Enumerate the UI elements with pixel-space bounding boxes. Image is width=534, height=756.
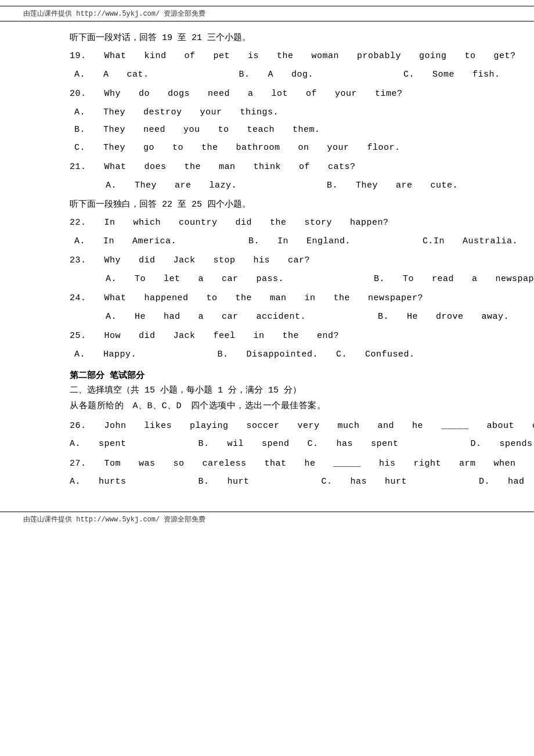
page: 由莲山课件提供 http://www.5ykj.com/ 资源全部免费 听下面一… bbox=[0, 0, 534, 756]
q20-optionC: C. They go to the bathroom on your floor… bbox=[70, 141, 488, 156]
q24-options: A. He had a car accident. B. He drove aw… bbox=[70, 309, 488, 325]
q20-optionA: A. They destroy your things. bbox=[70, 105, 488, 120]
q25-options: A. Happy. B. Disappointed. C. Confused. bbox=[70, 347, 488, 362]
q21-options: A. They are lazy. B. They are cute. C. T… bbox=[70, 178, 488, 193]
question-20: 20. Why do dogs need a lot of your time?… bbox=[46, 87, 488, 155]
section2-intro-text: 听下面一段独白，回答 22 至 25 四个小题。 bbox=[70, 200, 251, 210]
question-23: 23. Why did Jack stop his car? A. To let… bbox=[46, 253, 488, 286]
q25-text: 25. How did Jack feel in the end? bbox=[70, 329, 488, 344]
q22-options: A. In America. B. In England. C.In Austr… bbox=[70, 234, 488, 249]
header-bar: 由莲山课件提供 http://www.5ykj.com/ 资源全部免费 bbox=[0, 6, 534, 21]
section1-intro-text: 听下面一段对话，回答 19 至 21 三个小题。 bbox=[70, 33, 251, 43]
q27-options: A. hurts B. hurt C. has hurt D. had hurt bbox=[46, 474, 488, 489]
part2-title: 第二部分 笔试部分 bbox=[46, 370, 488, 381]
q26-options: A. spent B. wil spend C. has spent D. sp… bbox=[46, 437, 488, 452]
section2-header-text: 二、选择填空（共 15 小题，每小题 1 分，满分 15 分） bbox=[70, 386, 301, 395]
q21-text: 21. What does the man think of cats? bbox=[70, 160, 488, 175]
question-25: 25. How did Jack feel in the end? A. Hap… bbox=[46, 329, 488, 362]
instruction: 从各题所给的 A、B、C、D 四个选项中，选出一个最佳答案。 bbox=[46, 399, 488, 414]
q20-text: 20. Why do dogs need a lot of your time? bbox=[70, 87, 488, 102]
q20-optionB: B. They need you to teach them. bbox=[70, 123, 488, 138]
question-24: 24. What happened to the man in the news… bbox=[46, 291, 488, 324]
footer-bar: 由莲山课件提供 http://www.5ykj.com/ 资源全部免费 bbox=[0, 512, 534, 527]
q23-text: 23. Why did Jack stop his car? bbox=[70, 253, 488, 268]
q23-options: A. To let a car pass. B. To read a newsp… bbox=[70, 272, 488, 287]
part2-title-text: 第二部分 笔试部分 bbox=[70, 371, 145, 381]
section2-header: 二、选择填空（共 15 小题，每小题 1 分，满分 15 分） bbox=[46, 384, 488, 395]
section1-intro: 听下面一段对话，回答 19 至 21 三个小题。 bbox=[46, 32, 488, 43]
question-19: 19. What kind of pet is the woman probab… bbox=[46, 49, 488, 82]
question-21: 21. What does the man think of cats? A. … bbox=[46, 160, 488, 193]
instruction-text: 从各题所给的 A、B、C、D 四个选项中，选出一个最佳答案。 bbox=[70, 401, 326, 411]
footer-text: 由莲山课件提供 http://www.5ykj.com/ 资源全部免费 bbox=[23, 516, 205, 524]
question-26: 26. John likes playing soccer very much … bbox=[46, 419, 488, 452]
q26-text: 26. John likes playing soccer very much … bbox=[46, 419, 488, 434]
q19-text: 19. What kind of pet is the woman probab… bbox=[70, 49, 488, 64]
question-27: 27. Tom was so careless that he _____ hi… bbox=[46, 456, 488, 489]
section2-intro: 听下面一段独白，回答 22 至 25 四个小题。 bbox=[46, 199, 488, 210]
main-content: 听下面一段对话，回答 19 至 21 三个小题。 19. What kind o… bbox=[0, 32, 534, 506]
q24-text: 24. What happened to the man in the news… bbox=[70, 291, 488, 306]
q22-text: 22. In which country did the story happe… bbox=[70, 215, 488, 231]
q19-options: A. A cat. B. A dog. C. Some fish. bbox=[70, 67, 488, 82]
header-text: 由莲山课件提供 http://www.5ykj.com/ 资源全部免费 bbox=[23, 10, 205, 18]
question-22: 22. In which country did the story happe… bbox=[46, 215, 488, 249]
q27-text: 27. Tom was so careless that he _____ hi… bbox=[46, 456, 488, 471]
